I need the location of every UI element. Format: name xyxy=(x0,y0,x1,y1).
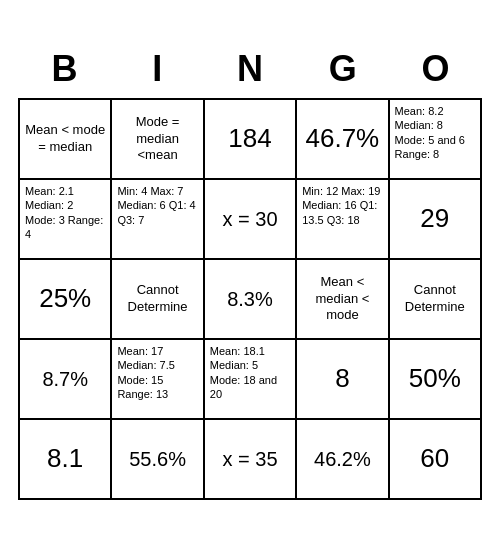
cell-0-3: 46.7% xyxy=(297,100,389,180)
header-letter: N xyxy=(204,44,297,94)
cell-2-2: 8.3% xyxy=(205,260,297,340)
header-letter: O xyxy=(389,44,482,94)
cell-1-1: Min: 4 Max: 7 Median: 6 Q1: 4 Q3: 7 xyxy=(112,180,204,260)
cell-0-0: Mean < mode = median xyxy=(20,100,112,180)
bingo-header: BINGO xyxy=(18,44,482,94)
cell-2-0: 25% xyxy=(20,260,112,340)
cell-3-3: 8 xyxy=(297,340,389,420)
cell-3-2: Mean: 18.1 Median: 5 Mode: 18 and 20 xyxy=(205,340,297,420)
cell-1-4: 29 xyxy=(390,180,482,260)
cell-3-4: 50% xyxy=(390,340,482,420)
header-letter: B xyxy=(18,44,111,94)
header-letter: G xyxy=(296,44,389,94)
cell-2-3: Mean < median < mode xyxy=(297,260,389,340)
bingo-grid: Mean < mode = medianMode = median <mean1… xyxy=(18,98,482,500)
cell-4-4: 60 xyxy=(390,420,482,500)
cell-2-4: Cannot Determine xyxy=(390,260,482,340)
cell-0-4: Mean: 8.2 Median: 8 Mode: 5 and 6 Range:… xyxy=(390,100,482,180)
cell-3-0: 8.7% xyxy=(20,340,112,420)
cell-0-1: Mode = median <mean xyxy=(112,100,204,180)
cell-4-2: x = 35 xyxy=(205,420,297,500)
cell-1-2: x = 30 xyxy=(205,180,297,260)
cell-0-2: 184 xyxy=(205,100,297,180)
cell-4-3: 46.2% xyxy=(297,420,389,500)
cell-1-3: Min: 12 Max: 19 Median: 16 Q1: 13.5 Q3: … xyxy=(297,180,389,260)
header-letter: I xyxy=(111,44,204,94)
bingo-card: BINGO Mean < mode = medianMode = median … xyxy=(10,36,490,508)
cell-1-0: Mean: 2.1 Median: 2 Mode: 3 Range: 4 xyxy=(20,180,112,260)
cell-2-1: Cannot Determine xyxy=(112,260,204,340)
cell-4-0: 8.1 xyxy=(20,420,112,500)
cell-3-1: Mean: 17 Median: 7.5 Mode: 15 Range: 13 xyxy=(112,340,204,420)
cell-4-1: 55.6% xyxy=(112,420,204,500)
